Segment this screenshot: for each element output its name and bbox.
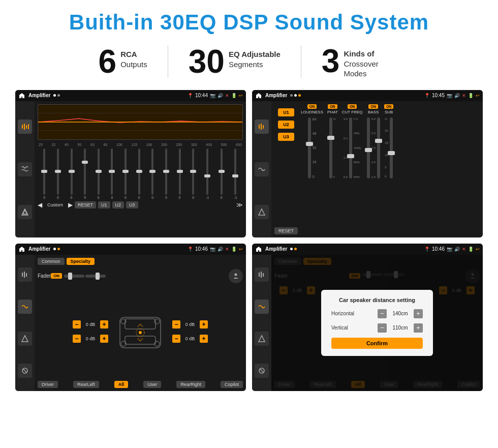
cross-icon-3[interactable] xyxy=(255,205,269,219)
bass-slider-r[interactable] xyxy=(377,117,380,178)
back-icon-3[interactable]: ↩ xyxy=(239,247,243,252)
bass-slider-l[interactable] xyxy=(367,117,370,178)
fader-icon-2[interactable] xyxy=(18,300,32,314)
rl-db-val: 0 dB xyxy=(83,336,98,341)
fader-icon-4[interactable] xyxy=(18,364,32,378)
u3-preset[interactable]: U3 xyxy=(278,133,294,141)
home-icon-3[interactable] xyxy=(18,246,25,253)
fl-minus[interactable]: − xyxy=(73,320,81,328)
rearleft-btn[interactable]: RearLeft xyxy=(73,381,99,388)
camera-icon-3: 📷 xyxy=(210,247,215,252)
cutfreq-on[interactable]: ON xyxy=(348,104,357,109)
eq-slider-11[interactable]: 0 xyxy=(179,148,181,199)
horizontal-minus-btn[interactable]: − xyxy=(378,309,387,318)
reset-btn-eq[interactable]: RESET xyxy=(75,201,96,208)
next-arrow[interactable]: ▶ xyxy=(68,201,73,208)
u2-preset[interactable]: U2 xyxy=(278,121,294,129)
eq-slider-10[interactable]: 0 xyxy=(165,148,167,199)
eq-slider-8[interactable]: 0 xyxy=(138,148,140,199)
eq-slider-5[interactable]: 0 xyxy=(98,148,100,199)
prev-arrow[interactable]: ◀ xyxy=(38,201,42,208)
stat-number-eq: 30 xyxy=(189,45,225,78)
dist-icon-3[interactable] xyxy=(255,332,269,346)
modal-title: Car speaker distance setting xyxy=(331,297,423,303)
u3-btn-eq[interactable]: U3 xyxy=(126,201,138,208)
back-icon[interactable]: ↩ xyxy=(239,93,243,98)
back-icon-4[interactable]: ↩ xyxy=(476,247,480,252)
eq-slider-15[interactable]: -1 xyxy=(234,148,237,199)
home-icon[interactable] xyxy=(18,92,25,99)
u1-preset[interactable]: U1 xyxy=(278,108,294,116)
eq-icon-1[interactable] xyxy=(18,120,32,134)
status-bar-2: Amplifier 📍 10:45 📷 🔊 ✕ 🔋 ↩ xyxy=(252,90,483,101)
app-name-3: Amplifier xyxy=(28,246,50,252)
rearright-btn[interactable]: RearRight xyxy=(176,381,205,388)
vertical-minus-btn[interactable]: − xyxy=(378,323,387,333)
eq-slider-6[interactable]: 0 xyxy=(111,148,113,199)
sub-slider[interactable] xyxy=(390,117,393,178)
fader-icon-1[interactable] xyxy=(18,267,32,282)
db-row-fr: − 0 dB + xyxy=(172,320,208,328)
rl-plus[interactable]: + xyxy=(100,335,108,343)
rr-plus[interactable]: + xyxy=(200,335,208,343)
rr-minus[interactable]: − xyxy=(172,335,180,343)
cross-icon-2[interactable] xyxy=(255,162,269,176)
copilot-btn[interactable]: Copilot xyxy=(221,381,243,388)
user-btn[interactable]: User xyxy=(143,381,161,388)
loudness-col: ON LOUDNESS 644832160 xyxy=(301,104,323,234)
fader-icon-3[interactable] xyxy=(18,332,32,346)
svg-rect-9 xyxy=(259,125,260,129)
loudness-slider-l[interactable] xyxy=(308,117,311,178)
bass-on[interactable]: ON xyxy=(368,104,378,109)
dist-icon-1[interactable] xyxy=(255,267,269,282)
home-icon-4[interactable] xyxy=(255,246,262,253)
u1-btn-eq[interactable]: U1 xyxy=(98,201,110,208)
eq-slider-14[interactable]: 0 xyxy=(221,148,223,199)
back-icon-2[interactable]: ↩ xyxy=(476,93,480,98)
eq-slider-3[interactable]: 0 xyxy=(71,148,73,199)
all-btn[interactable]: All xyxy=(114,381,129,388)
distance-content: Common Specialty Fader ON xyxy=(252,255,483,391)
fr-plus[interactable]: + xyxy=(200,320,208,328)
screen2-crossover: Amplifier 📍 10:45 📷 🔊 ✕ 🔋 ↩ xyxy=(252,90,483,237)
cutfreq-slider[interactable] xyxy=(349,117,352,178)
fl-db-val: 0 dB xyxy=(83,322,98,327)
dist-icon-4[interactable] xyxy=(255,364,269,378)
eq-slider-2[interactable]: 0 xyxy=(57,148,59,199)
dot-6 xyxy=(53,248,56,250)
fader-h-slider-2[interactable] xyxy=(85,275,106,278)
tab-specialty[interactable]: Specialty xyxy=(67,258,95,265)
phat-on[interactable]: ON xyxy=(328,104,337,109)
horizontal-plus-btn[interactable]: + xyxy=(414,309,423,318)
loudness-on[interactable]: ON xyxy=(307,104,317,109)
driver-btn[interactable]: Driver xyxy=(38,381,58,388)
expand-arrows[interactable]: ≫ xyxy=(236,201,243,208)
vertical-plus-btn[interactable]: + xyxy=(414,323,423,333)
eq-slider-9[interactable]: 0 xyxy=(151,148,153,199)
cross-icon-1[interactable] xyxy=(255,120,269,134)
eq-slider-1[interactable]: 0 xyxy=(43,148,45,199)
pin-icon-3: 📍 xyxy=(188,247,193,252)
eq-slider-7[interactable]: 0 xyxy=(124,148,127,199)
confirm-button[interactable]: Confirm xyxy=(331,338,423,349)
fr-minus[interactable]: − xyxy=(172,320,180,328)
eq-slider-12[interactable]: 0 xyxy=(192,148,194,199)
eq-slider-4[interactable]: 5 xyxy=(84,148,86,199)
eq-icon-3[interactable] xyxy=(18,205,32,219)
svg-marker-32 xyxy=(259,336,265,342)
reset-btn-cross[interactable]: RESET xyxy=(274,227,298,234)
person-icon-btn[interactable] xyxy=(229,269,243,283)
home-icon-2[interactable] xyxy=(255,92,262,99)
fader-h-slider-1[interactable] xyxy=(64,275,84,278)
u2-btn-eq[interactable]: U2 xyxy=(112,201,124,208)
fader-on-toggle[interactable]: ON xyxy=(51,273,62,279)
dist-icon-2[interactable] xyxy=(255,300,269,314)
sub-on[interactable]: ON xyxy=(384,104,394,109)
phat-slider[interactable] xyxy=(329,117,332,178)
cutfreq-col: ON CUT FREQ 3.02.11.30.5 xyxy=(342,104,363,234)
rl-minus[interactable]: − xyxy=(73,335,81,343)
fl-plus[interactable]: + xyxy=(100,320,108,328)
tab-common[interactable]: Common xyxy=(38,258,65,265)
eq-slider-13[interactable]: -1 xyxy=(206,148,209,199)
eq-icon-2[interactable] xyxy=(18,162,32,176)
